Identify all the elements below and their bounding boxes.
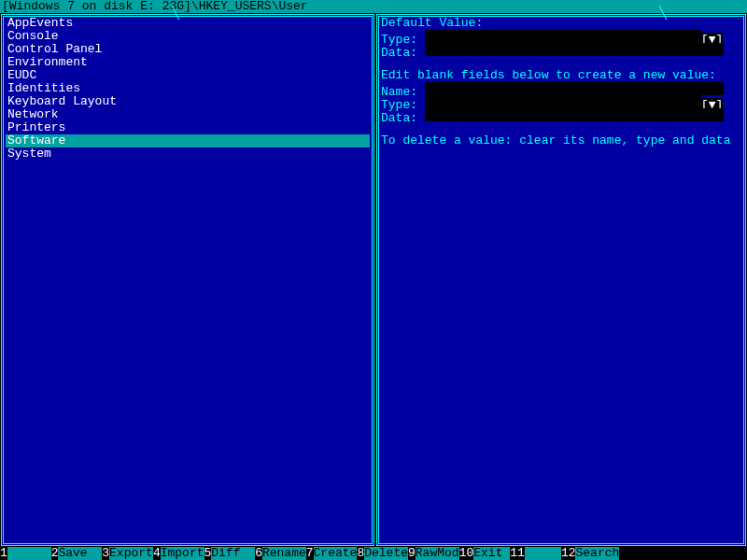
tree-item-printers[interactable]: Printers xyxy=(6,121,370,134)
fkey-num: 5 xyxy=(204,547,212,560)
data-label: Data: xyxy=(381,111,417,125)
fkey-num: 2 xyxy=(51,547,59,560)
fkey-export[interactable]: Export xyxy=(109,547,153,560)
fkey-num: 12 xyxy=(561,547,576,560)
delete-hint: To delete a value: clear its name, type … xyxy=(381,133,730,147)
tree-item-system[interactable]: System xyxy=(6,147,370,161)
fkey-num: 7 xyxy=(306,547,314,560)
screen: [Windows 7 on disk E: 23G]\HKEY_USERS\Us… xyxy=(0,0,747,560)
fkey-num: 4 xyxy=(153,547,161,560)
default-value-header: Default Value: xyxy=(381,17,483,30)
value-editor: Default Value: Type: [▼] Data: Edit blan… xyxy=(381,17,741,543)
main-area: ╲ AppEventsConsoleControl PanelEnvironme… xyxy=(0,13,747,547)
fkey-num: 9 xyxy=(408,547,416,560)
function-key-bar: 1 2Save 3Export4Import5Diff 6Rename7Crea… xyxy=(0,547,747,560)
fkey-num: 1 xyxy=(0,547,7,560)
title-bar: [Windows 7 on disk E: 23G]\HKEY_USERS\Us… xyxy=(0,0,747,13)
tree-item-keyboard-layout[interactable]: Keyboard Layout xyxy=(6,95,370,108)
tree-item-appevents[interactable]: AppEvents xyxy=(6,17,370,30)
new-name-field[interactable] xyxy=(425,82,724,95)
fkey-[interactable] xyxy=(525,547,561,560)
tree-item-network[interactable]: Network xyxy=(6,108,370,121)
fkey-rename[interactable]: Rename xyxy=(262,547,306,560)
tree-item-console[interactable]: Console xyxy=(6,30,370,43)
fkey-num: 11 xyxy=(510,547,525,560)
fkey-num: 3 xyxy=(102,547,109,560)
new-type-field[interactable] xyxy=(425,95,701,108)
tree-item-environment[interactable]: Environment xyxy=(6,56,370,69)
title-text: [Windows 7 on disk E: 23G]\HKEY_USERS\Us… xyxy=(2,0,308,13)
data-label: Data: xyxy=(381,46,417,60)
fkey-exit[interactable]: Exit xyxy=(473,547,510,560)
left-panel: ╲ AppEventsConsoleControl PanelEnvironme… xyxy=(1,14,374,546)
fkey-num: 6 xyxy=(255,547,262,560)
tree-item-eudc[interactable]: EUDC xyxy=(6,69,370,82)
fkey-[interactable] xyxy=(7,547,51,560)
fkey-save[interactable]: Save xyxy=(58,547,102,560)
registry-tree[interactable]: AppEventsConsoleControl PanelEnvironment… xyxy=(6,17,370,543)
fkey-rawmod[interactable]: RawMod xyxy=(416,547,459,560)
fkey-search[interactable]: Search xyxy=(575,547,619,560)
fkey-import[interactable]: Import xyxy=(161,547,204,560)
right-panel: ╲ Default Value: Type: [▼] Data: Edit bl… xyxy=(376,14,746,546)
tree-item-software[interactable]: Software xyxy=(6,134,370,147)
default-type-field[interactable] xyxy=(425,30,701,43)
default-data-field[interactable] xyxy=(425,43,724,56)
fkey-create[interactable]: Create xyxy=(314,547,358,560)
tree-item-control-panel[interactable]: Control Panel xyxy=(6,43,370,56)
tree-item-identities[interactable]: Identities xyxy=(6,82,370,95)
edit-hint: Edit blank fields below to create a new … xyxy=(381,68,716,82)
fkey-delete[interactable]: Delete xyxy=(364,547,408,560)
fkey-num: 10 xyxy=(459,547,474,560)
fkey-num: 8 xyxy=(357,547,364,560)
new-data-field[interactable] xyxy=(425,108,724,121)
fkey-diff[interactable]: Diff xyxy=(211,547,255,560)
